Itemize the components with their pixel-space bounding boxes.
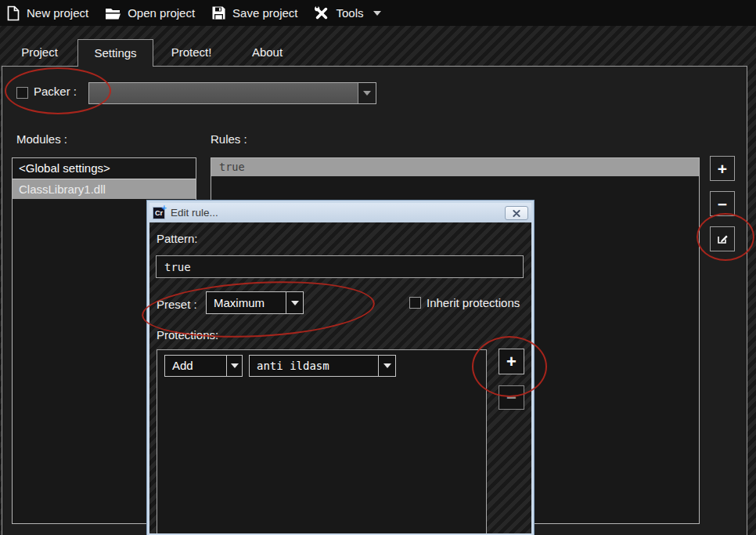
save-project-label: Save project xyxy=(232,6,297,20)
open-folder-icon xyxy=(105,6,121,20)
protection-dropdown-button[interactable] xyxy=(378,356,395,376)
preset-value: Maximum xyxy=(214,292,265,313)
inherit-protections-checkbox[interactable] xyxy=(409,297,421,309)
pattern-input[interactable] xyxy=(156,255,524,278)
app-icon: Cr + xyxy=(153,207,165,219)
new-project-button[interactable]: New project xyxy=(5,4,90,23)
save-icon xyxy=(211,5,226,20)
close-button[interactable] xyxy=(505,206,528,220)
tab-strip: Project Settings Protect! About xyxy=(2,39,305,67)
preset-label: Preset : xyxy=(157,298,197,311)
packer-label: Packer : xyxy=(34,85,77,98)
dropdown-arrow-icon xyxy=(231,363,239,368)
dropdown-arrow-icon xyxy=(383,363,391,368)
dialog-body: Pattern: Preset : Maximum Inherit protec… xyxy=(149,222,531,533)
dropdown-arrow-icon xyxy=(363,91,371,96)
edit-rule-button[interactable] xyxy=(710,226,735,251)
chevron-down-icon xyxy=(373,11,381,16)
tab-about[interactable]: About xyxy=(229,39,305,66)
rules-label: Rules : xyxy=(211,132,247,146)
module-item-global-settings[interactable]: <Global settings> xyxy=(13,158,196,179)
tab-settings[interactable]: Settings xyxy=(77,39,153,67)
tab-protect[interactable]: Protect! xyxy=(153,39,229,66)
minus-icon: − xyxy=(718,196,727,212)
app-icon-plus: + xyxy=(162,203,167,212)
rule-item-true[interactable]: true xyxy=(211,158,699,176)
remove-protection-button[interactable]: − xyxy=(499,385,524,410)
packer-dropdown-button[interactable] xyxy=(358,83,376,103)
remove-rule-button[interactable]: − xyxy=(710,191,735,216)
protections-list: Add anti ildasm xyxy=(157,349,487,533)
edit-rule-dialog: Cr + Edit rule... Pattern: Preset : Maxi… xyxy=(146,200,535,535)
dialog-title: Edit rule... xyxy=(171,207,218,219)
action-dropdown-button[interactable] xyxy=(226,356,242,376)
toolbar: New project Open project Save project To… xyxy=(0,0,756,26)
module-item-classlibrary1[interactable]: ClassLibrary1.dll xyxy=(13,179,196,199)
plus-icon: + xyxy=(506,353,517,371)
packer-checkbox[interactable] xyxy=(16,87,28,99)
dialog-titlebar: Cr + Edit rule... xyxy=(149,203,531,222)
add-protection-button[interactable]: + xyxy=(499,349,524,374)
preset-combobox[interactable]: Maximum xyxy=(206,291,304,314)
protections-label: Protections: xyxy=(157,328,218,342)
protection-action-value: Add xyxy=(172,356,193,376)
pattern-label: Pattern: xyxy=(157,232,198,245)
tools-label: Tools xyxy=(336,6,363,20)
tools-icon xyxy=(314,5,329,21)
inherit-protections-label: Inherit protections xyxy=(427,296,520,309)
new-file-icon xyxy=(6,5,20,21)
preset-dropdown-button[interactable] xyxy=(286,292,303,313)
open-project-button[interactable]: Open project xyxy=(103,5,196,22)
open-project-label: Open project xyxy=(128,6,195,20)
packer-combobox[interactable] xyxy=(88,82,376,104)
dropdown-arrow-icon xyxy=(291,301,299,305)
plus-icon: + xyxy=(718,161,727,177)
modules-label: Modules : xyxy=(16,132,67,146)
new-project-label: New project xyxy=(27,6,88,20)
add-rule-button[interactable]: + xyxy=(710,156,735,181)
protection-name-combobox[interactable]: anti ildasm xyxy=(249,355,396,377)
protection-action-combobox[interactable]: Add xyxy=(164,355,243,377)
tools-menu-button[interactable]: Tools xyxy=(312,4,382,23)
close-icon xyxy=(513,206,520,220)
minus-icon: − xyxy=(506,389,517,407)
save-project-button[interactable]: Save project xyxy=(210,4,299,22)
tab-project[interactable]: Project xyxy=(2,39,77,66)
protection-name-value: anti ildasm xyxy=(257,356,329,376)
edit-icon xyxy=(716,231,729,248)
